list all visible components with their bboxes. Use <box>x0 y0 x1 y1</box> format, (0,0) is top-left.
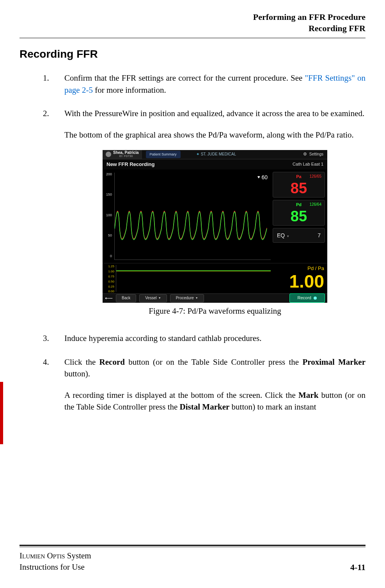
product-name-2: System <box>65 551 91 560</box>
content-body: 1. Confirm that the FFR settings are cor… <box>20 72 365 413</box>
step-1-text-b: for more information. <box>93 85 166 95</box>
page-number: 4-11 <box>350 562 365 572</box>
patient-box[interactable]: Shea, Patricia ID: F0730 <box>103 150 142 159</box>
ratio-tick: 1.00 <box>103 269 114 274</box>
eq-label: EQ <box>277 232 285 238</box>
pa-readout[interactable]: Pa 126/65 85 <box>273 172 325 198</box>
gear-icon: ⚙ <box>303 151 307 157</box>
product-name-1: Ilumien Optis <box>20 551 65 560</box>
page-footer: Ilumien Optis System Instructions for Us… <box>20 545 365 572</box>
chevron-down-icon: ▼ <box>195 296 198 300</box>
procedure-button[interactable]: Procedure▼ <box>170 294 204 302</box>
eq-value: 7 <box>318 231 321 239</box>
ytick: 100 <box>103 213 112 218</box>
step-num-4: 4. <box>43 356 64 413</box>
header-section: Recording FFR <box>20 23 365 34</box>
chevron-down-icon: ▼ <box>158 296 161 300</box>
step-1: 1. Confirm that the FFR settings are cor… <box>43 72 365 96</box>
back-button[interactable]: Back <box>116 294 136 302</box>
step-3-text: Induce hyperemia according to standard c… <box>64 332 365 344</box>
ratio-tick: 1.25 <box>103 264 114 269</box>
brand-icon: ✦ <box>196 152 199 157</box>
proximal-marker-bold: Proximal Marker <box>302 357 365 367</box>
pd-mean: 85 <box>276 209 321 224</box>
doc-title: Instructions for Use <box>20 562 91 572</box>
pd-sys-dia: 126/64 <box>309 202 321 208</box>
ratio-tick: 0.75 <box>103 274 114 279</box>
back-arrow-icon[interactable]: ⟵ <box>105 294 113 302</box>
ffr-screenshot: Shea, Patricia ID: F0730 Patient Summary… <box>103 150 327 303</box>
ytick: 50 <box>103 233 112 238</box>
brand-text: ST. JUDE MEDICAL <box>201 152 236 157</box>
figure-caption: Figure 4-7: Pd/Pa waveforms equalizing <box>64 305 365 317</box>
figure-4-7: Shea, Patricia ID: F0730 Patient Summary… <box>64 150 365 317</box>
pressure-chart: 200 150 100 50 0 ♥ 60 <box>103 170 273 263</box>
eq-readout[interactable]: EQ▼ 7 <box>273 228 325 243</box>
footer-rule-thin <box>20 547 365 547</box>
record-bold: Record <box>99 357 125 367</box>
s4a5: button). <box>64 369 90 378</box>
revision-bar <box>0 382 3 444</box>
brand-logo: ✦ ST. JUDE MEDICAL <box>196 152 236 157</box>
running-header: Performing an FFR Procedure Recording FF… <box>20 12 365 34</box>
ss-ratio-row: 1.25 1.00 0.75 0.50 0.25 0.00 <box>103 263 327 293</box>
pd-readout[interactable]: Pd 126/64 85 <box>273 200 325 226</box>
header-rule <box>20 38 365 38</box>
s4a3: button (or on the Table Side Controller … <box>125 357 302 367</box>
s4b5: button) to mark an instant <box>229 402 316 411</box>
step-num-2: 2. <box>43 108 64 321</box>
pd-label: Pd <box>296 202 302 207</box>
ratio-tick: 0.25 <box>103 284 114 289</box>
step-2-text-a: With the PressureWire in position and eq… <box>64 108 365 119</box>
record-label: Record <box>298 295 311 301</box>
pa-mean: 85 <box>276 181 321 196</box>
patient-summary-button[interactable]: Patient Summary <box>146 151 181 158</box>
s4b1: A recording timer is displayed at the bo… <box>64 390 298 400</box>
step-num-3: 3. <box>43 332 64 344</box>
header-chapter: Performing an FFR Procedure <box>20 12 365 23</box>
mark-bold: Mark <box>298 390 318 400</box>
step-1-text-a: Confirm that the FFR settings are correc… <box>64 73 305 83</box>
readout-column: Pa 126/65 85 Pd 126/64 85 EQ▼ <box>273 170 327 263</box>
step-2-text-b: The bottom of the graphical area shows t… <box>64 129 365 141</box>
patient-id: ID: F0730 <box>113 155 139 158</box>
step-num-1: 1. <box>43 72 64 96</box>
ytick: 200 <box>103 172 112 177</box>
ratio-tick: 0.50 <box>103 279 114 284</box>
distal-marker-bold: Distal Marker <box>180 402 230 411</box>
ss-bottombar: ⟵ Back Vessel▼ Procedure▼ Record <box>103 293 327 303</box>
ratio-svg <box>116 265 271 292</box>
settings-label: Settings <box>309 152 323 157</box>
step-3: 3. Induce hyperemia according to standar… <box>43 332 365 344</box>
chevron-down-icon: ▼ <box>286 235 289 238</box>
waveform-svg <box>115 173 271 260</box>
vessel-button[interactable]: Vessel▼ <box>139 294 167 302</box>
ss-topbar: Shea, Patricia ID: F0730 Patient Summary… <box>103 150 327 159</box>
ratio-tick: 0.00 <box>103 289 114 294</box>
step-4: 4. Click the Record button (or on the Ta… <box>43 356 365 413</box>
ratio-chart: 1.25 1.00 0.75 0.50 0.25 0.00 <box>103 263 273 293</box>
pa-sys-dia: 126/65 <box>309 174 321 180</box>
ss-main: 200 150 100 50 0 ♥ 60 <box>103 170 327 263</box>
recording-title: New FFR Recording <box>106 161 155 168</box>
patient-icon <box>106 152 111 157</box>
pa-label: Pa <box>296 174 301 179</box>
record-button[interactable]: Record <box>289 293 325 302</box>
record-icon <box>314 297 317 300</box>
ytick: 150 <box>103 192 112 197</box>
ratio-readout[interactable]: Pd / Pa 1.00 <box>273 263 327 293</box>
footer-rule-thick <box>20 545 365 546</box>
ss-subbar: New FFR Recording Cath Lab East 1 <box>103 159 327 170</box>
ratio-value: 1.00 <box>276 272 324 290</box>
settings-button[interactable]: ⚙ Settings <box>303 151 327 157</box>
s4a1: Click the <box>64 357 99 367</box>
section-title: Recording FFR <box>20 48 365 60</box>
location-label: Cath Lab East 1 <box>293 161 323 168</box>
step-2: 2. With the PressureWire in position and… <box>43 108 365 321</box>
ytick: 0 <box>103 254 112 259</box>
